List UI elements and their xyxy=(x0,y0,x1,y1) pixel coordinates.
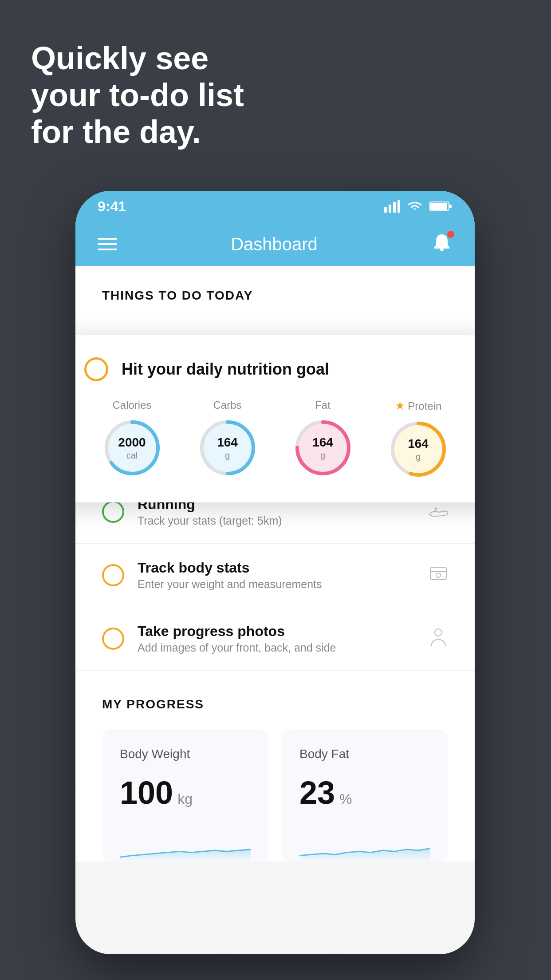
circle-value: 164 xyxy=(408,436,429,451)
circle-progress: 164 g xyxy=(387,418,449,480)
wifi-icon xyxy=(406,200,423,213)
notification-dot xyxy=(447,231,454,238)
nutrition-card: Hit your daily nutrition goal Calories 2… xyxy=(75,335,475,502)
circle-unit: g xyxy=(217,450,238,461)
circle-value: 164 xyxy=(217,435,238,450)
todo-item-icon xyxy=(429,627,448,650)
sparkline-chart xyxy=(120,829,251,860)
circle-progress: 2000 cal xyxy=(101,417,163,479)
circle-center: 2000 cal xyxy=(118,435,146,461)
status-icons xyxy=(384,200,453,213)
nutrition-checkbox[interactable] xyxy=(84,357,108,381)
card-title: Hit your daily nutrition goal xyxy=(122,360,329,379)
todo-item-subtitle: Enter your weight and measurements xyxy=(138,578,415,591)
signal-icon xyxy=(384,200,400,213)
nutrition-row: Calories 2000 cal Carbs 164 g Fat xyxy=(84,399,466,480)
svg-point-17 xyxy=(436,573,441,577)
progress-card-unit: kg xyxy=(177,791,193,807)
card-header: Hit your daily nutrition goal xyxy=(84,357,466,381)
svg-rect-0 xyxy=(384,207,387,213)
circle-value: 2000 xyxy=(118,435,146,450)
todo-item-subtitle: Track your stats (target: 5km) xyxy=(138,514,415,527)
svg-rect-3 xyxy=(398,200,400,213)
things-to-do-header: THINGS TO DO TODAY xyxy=(75,266,475,312)
progress-cards: Body Weight 100 kg Body Fat 23 % xyxy=(102,729,448,861)
todo-item-content: Track body stats Enter your weight and m… xyxy=(138,560,415,591)
nutrition-item-fat: Fat 164 g xyxy=(292,399,354,479)
nav-title: Dashboard xyxy=(231,234,318,254)
progress-card-title: Body Weight xyxy=(120,747,251,761)
todo-checkbox[interactable] xyxy=(102,628,124,650)
time: 9:41 xyxy=(98,198,126,215)
sparkline-chart xyxy=(299,829,430,860)
phone-body: THINGS TO DO TODAY Hit your daily nutrit… xyxy=(75,266,475,954)
todo-item[interactable]: Track body stats Enter your weight and m… xyxy=(75,544,475,607)
progress-title: MY PROGRESS xyxy=(102,697,448,711)
svg-rect-1 xyxy=(389,205,391,213)
progress-card-number: 23 xyxy=(299,775,335,811)
nutrition-label: Calories xyxy=(112,399,151,411)
hamburger-menu[interactable] xyxy=(98,238,117,250)
star-icon: ★ xyxy=(395,399,405,412)
notification-bell[interactable] xyxy=(431,233,453,256)
nutrition-item-protein: ★ Protein 164 g xyxy=(387,399,449,480)
svg-rect-6 xyxy=(449,205,452,208)
status-bar: 9:41 xyxy=(75,191,475,222)
circle-unit: cal xyxy=(118,450,146,461)
hero-text: Quickly see your to-do list for the day. xyxy=(31,40,244,150)
phone-frame: 9:41 xyxy=(75,191,475,954)
svg-marker-20 xyxy=(299,848,430,860)
circle-value: 164 xyxy=(312,435,333,450)
todo-item-icon xyxy=(429,564,448,587)
svg-rect-5 xyxy=(430,203,447,210)
nutrition-label: Carbs xyxy=(213,399,241,411)
progress-card-title: Body Fat xyxy=(299,747,430,761)
todo-item-icon xyxy=(429,502,448,522)
nutrition-item-calories: Calories 2000 cal xyxy=(101,399,163,479)
todo-checkbox[interactable] xyxy=(102,564,124,586)
todo-checkbox[interactable] xyxy=(102,501,124,523)
progress-card-number: 100 xyxy=(120,775,173,811)
circle-unit: g xyxy=(408,451,429,462)
svg-point-18 xyxy=(435,629,442,636)
progress-card[interactable]: Body Fat 23 % xyxy=(282,729,448,861)
todo-item[interactable]: Take progress photos Add images of your … xyxy=(75,607,475,671)
nutrition-label: Fat xyxy=(315,399,331,411)
nutrition-label: ★ Protein xyxy=(395,399,442,413)
progress-card-value: 100 kg xyxy=(120,775,251,811)
circle-center: 164 g xyxy=(408,436,429,462)
todo-item-title: Track body stats xyxy=(138,560,415,576)
circle-progress: 164 g xyxy=(197,417,259,479)
phone-inner: 9:41 xyxy=(75,191,475,954)
progress-card-unit: % xyxy=(339,791,352,807)
progress-card[interactable]: Body Weight 100 kg xyxy=(102,729,268,861)
svg-rect-2 xyxy=(393,202,396,213)
circle-unit: g xyxy=(312,450,333,461)
todo-item-content: Take progress photos Add images of your … xyxy=(138,623,415,654)
nutrition-item-carbs: Carbs 164 g xyxy=(197,399,259,479)
progress-card-value: 23 % xyxy=(299,775,430,811)
battery-icon xyxy=(429,201,453,212)
circle-center: 164 g xyxy=(312,435,333,461)
todo-item-title: Take progress photos xyxy=(138,623,415,640)
progress-section: MY PROGRESS Body Weight 100 kg Body Fat … xyxy=(75,671,475,861)
todo-item-subtitle: Add images of your front, back, and side xyxy=(138,641,415,654)
circle-progress: 164 g xyxy=(292,417,354,479)
nav-bar: Dashboard xyxy=(75,222,475,266)
circle-center: 164 g xyxy=(217,435,238,461)
